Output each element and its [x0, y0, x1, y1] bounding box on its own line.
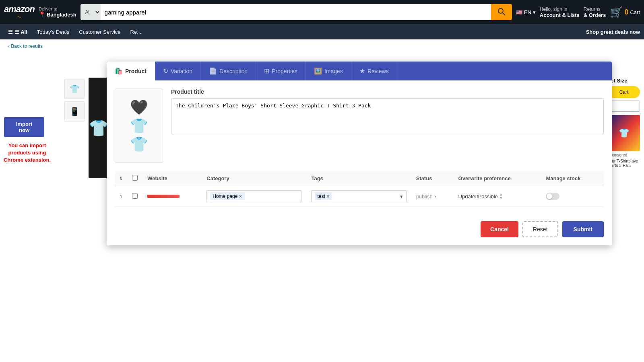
logo-text: amazon [4, 4, 35, 14]
cart-block[interactable]: 🛒 0 Cart [610, 6, 640, 19]
submit-button[interactable]: Submit [562, 221, 604, 237]
nav-todays-deals[interactable]: Today's Deals [33, 27, 74, 37]
product-title-input[interactable] [171, 98, 604, 134]
returns-bottom: & Orders [584, 12, 606, 18]
overwrite-select[interactable]: UpdateIfPossible ▲ ▼ [458, 193, 537, 200]
tshirt-stack: 🖤 👕 👕 [130, 99, 148, 153]
tshirt-3-icon: 👕 [130, 136, 148, 153]
tab-reviews[interactable]: ★ Reviews [351, 62, 397, 80]
cart-count: 0 [624, 8, 628, 16]
location-text: Bangladesh [47, 12, 76, 18]
product-title-label: Product title [171, 88, 604, 95]
product-image-box: 🖤 👕 👕 [115, 88, 163, 163]
col-manage-stock: Manage stock [541, 171, 604, 186]
reset-button[interactable]: Reset [522, 221, 558, 237]
status-select[interactable]: publish ▾ [416, 193, 449, 200]
chevron-down-icon: ▾ [533, 9, 536, 15]
tab-images[interactable]: 🖼️ Images [306, 62, 351, 80]
product-section: 🖤 👕 👕 Product title [115, 88, 604, 163]
tab-images-label: Images [324, 68, 343, 74]
back-results[interactable]: ‹ Back to results [8, 43, 636, 49]
tab-variation[interactable]: ↻ Variation [155, 62, 201, 80]
nav-all[interactable]: ☰ ☰ All [4, 27, 31, 37]
category-tag-remove[interactable]: × [239, 193, 242, 200]
thumbnail-2[interactable]: 📱 [64, 101, 85, 121]
cart-label: Cart [630, 9, 640, 15]
returns-block[interactable]: Returns & Orders [584, 6, 606, 18]
hello-label: Hello, sign in [540, 6, 580, 12]
description-tab-icon: 📄 [209, 67, 217, 75]
search-button[interactable] [491, 4, 512, 20]
select-all-checkbox[interactable] [132, 175, 138, 181]
cancel-button[interactable]: Cancel [481, 221, 518, 237]
row-category: Home page × [202, 186, 306, 207]
modal-footer: Cancel Reset Submit [107, 215, 612, 245]
account-block[interactable]: Hello, sign in Account & Lists [540, 6, 580, 18]
tab-variation-label: Variation [171, 68, 192, 74]
table-row: 1 Home page × [115, 186, 604, 207]
col-website: Website [142, 171, 202, 186]
flag-icon: 🇺🇸 [516, 9, 522, 15]
category-input[interactable]: Home page × [206, 190, 301, 202]
tab-product[interactable]: 🛍️ Product [107, 62, 155, 80]
page-content: ‹ Back to results Import now You can imp… [0, 39, 644, 362]
product-image-icon: 👕 [89, 119, 109, 138]
returns-top: Returns [584, 6, 606, 12]
tag-remove[interactable]: × [326, 193, 330, 200]
search-category-select[interactable]: All [80, 4, 101, 20]
tab-reviews-label: Reviews [367, 68, 389, 74]
language-selector[interactable]: 🇺🇸 EN ▾ [516, 9, 536, 15]
location-container: 📍 Bangladesh [39, 11, 76, 18]
overwrite-arrows-icon: ▲ ▼ [500, 193, 503, 200]
tab-properties[interactable]: ⊞ Properties [256, 62, 306, 80]
deliver-to[interactable]: Deliver to 📍 Bangladesh [39, 6, 76, 18]
col-category: Category [202, 171, 306, 186]
thumbnail-1[interactable]: 👕 [64, 79, 85, 99]
select-size-label: ect Size [608, 78, 644, 84]
nav-other[interactable]: Re... [126, 27, 145, 37]
chrome-extension-text: You can import products using Chrome ext… [0, 142, 56, 164]
row-checkbox-cell [127, 186, 142, 207]
reviews-tab-icon: ★ [359, 67, 365, 75]
up-arrow: ▲ [500, 193, 503, 196]
tab-description[interactable]: 📄 Description [201, 62, 256, 80]
add-to-cart-button[interactable]: Cart [608, 86, 640, 98]
amazon-logo[interactable]: amazon 〜 [4, 4, 35, 20]
table-body: 1 Home page × [115, 186, 604, 207]
all-label: ☰ All [14, 29, 27, 35]
tshirt-1-icon: 🖤 [130, 99, 148, 116]
category-tag-chip: Home page × [210, 192, 244, 200]
svg-line-1 [503, 13, 505, 15]
nav-customer-service[interactable]: Customer Service [75, 27, 124, 37]
import-now-button[interactable]: Import now [4, 117, 44, 137]
product-title-section: Product title [171, 88, 604, 163]
nav-shop-deals[interactable]: Shop great deals now [586, 29, 640, 35]
product-thumbnails: 👕 📱 [64, 79, 85, 121]
modal-body: 🖤 👕 👕 Product title # [107, 80, 612, 215]
account-lists-label: Account & Lists [540, 12, 580, 18]
website-name-indicator [147, 195, 180, 198]
row-overwrite: UpdateIfPossible ▲ ▼ [454, 186, 541, 207]
svg-point-0 [498, 8, 503, 13]
product-table: # Website Category Tags Status Overwrite… [115, 171, 604, 207]
status-arrow-icon: ▾ [434, 194, 436, 199]
product-image-inner: 🖤 👕 👕 [117, 90, 161, 161]
status-value: publish [416, 193, 433, 200]
category-tag-label: Home page [213, 193, 237, 199]
logo-smile: 〜 [17, 14, 21, 20]
row-status: publish ▾ [411, 186, 454, 207]
search-input[interactable] [101, 4, 491, 20]
nav-bar: ☰ ☰ All Today's Deals Customer Service R… [0, 24, 644, 39]
row-checkbox[interactable] [132, 193, 138, 199]
row-tags: test × ▾ [306, 186, 411, 207]
main-product-image: 👕 [89, 78, 109, 178]
size-input[interactable] [608, 101, 640, 112]
overwrite-value: UpdateIfPossible [458, 193, 498, 200]
tab-product-label: Product [125, 68, 147, 74]
manage-stock-toggle[interactable] [546, 193, 559, 200]
sponsored-product-image: 👕 [608, 115, 640, 151]
tags-input[interactable]: test × ▾ [311, 190, 406, 202]
sponsored-text: Sponsored [608, 153, 644, 157]
deliver-label: Deliver to [39, 6, 76, 11]
tag-chip: test × [315, 192, 332, 200]
